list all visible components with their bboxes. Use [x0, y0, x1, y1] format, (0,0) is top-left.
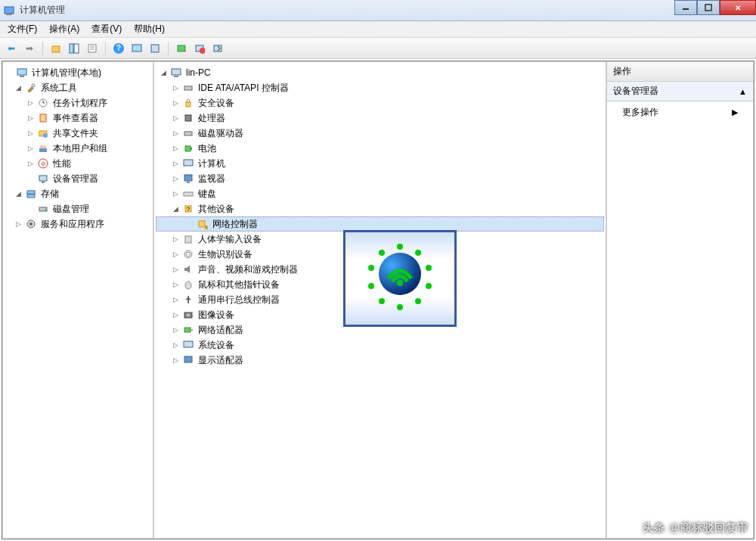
center-pane: ◢ lin-PC ▷IDE ATA/ATAPI 控制器 ▷安全设备 ▷处理器 ▷… — [153, 61, 606, 539]
expander-icon[interactable]: ▷ — [171, 266, 180, 273]
expander-icon[interactable]: ▷ — [171, 129, 180, 137]
expander-icon[interactable]: ◢ — [171, 205, 180, 213]
expander-icon[interactable]: ▷ — [171, 326, 180, 334]
svg-point-66 — [397, 280, 403, 286]
minimize-button[interactable] — [674, 0, 697, 15]
device-monitors[interactable]: ▷监视器 — [156, 171, 604, 186]
device-manager-icon — [37, 173, 49, 185]
expander-icon[interactable]: ▷ — [171, 356, 180, 364]
svg-rect-33 — [27, 194, 35, 197]
users-icon — [37, 142, 49, 154]
tree-label: 键盘 — [197, 188, 218, 201]
svg-rect-31 — [42, 182, 45, 183]
tree-shared-folders[interactable]: ▷ 共享文件夹 — [5, 126, 151, 141]
svg-rect-11 — [151, 45, 159, 52]
menu-view[interactable]: 查看(V) — [87, 21, 126, 37]
other-icon: ? — [182, 203, 194, 215]
tree-task-scheduler[interactable]: ▷ 任务计划程序 — [5, 95, 151, 110]
svg-point-37 — [29, 222, 33, 225]
menu-action[interactable]: 操作(A) — [45, 21, 84, 37]
expander-icon[interactable]: ▷ — [14, 220, 23, 228]
device-security[interactable]: ▷安全设备 — [156, 95, 604, 110]
console-button[interactable] — [129, 40, 145, 57]
close-button[interactable]: ✕ — [720, 0, 756, 15]
maximize-button[interactable] — [697, 0, 720, 15]
svg-rect-48 — [187, 182, 190, 183]
expander-icon[interactable]: ▷ — [171, 84, 180, 92]
warning-device-icon: ! — [197, 218, 209, 230]
uninstall-button[interactable] — [191, 40, 208, 57]
expander-icon[interactable]: ◢ — [14, 84, 23, 92]
expander-icon[interactable]: ▷ — [171, 296, 180, 303]
expander-icon[interactable]: ▷ — [171, 235, 180, 243]
scan-button[interactable] — [173, 40, 190, 57]
expander-icon[interactable]: ▷ — [26, 145, 35, 152]
up-button[interactable] — [48, 40, 64, 57]
device-system[interactable]: ▷系统设备 — [156, 337, 604, 353]
tree-storage[interactable]: ◢ 存储 — [5, 186, 151, 201]
keyboard-icon — [182, 188, 194, 200]
tree-label: 系统工具 — [39, 82, 79, 95]
svg-rect-30 — [39, 176, 47, 181]
expander-icon[interactable]: ▷ — [26, 99, 35, 107]
expander-icon[interactable]: ▷ — [26, 129, 35, 137]
imaging-icon — [182, 309, 194, 321]
actions-more[interactable]: 更多操作 ▶ — [607, 101, 753, 123]
storage-icon — [25, 188, 37, 200]
expander-icon[interactable]: ▷ — [171, 114, 180, 122]
disk-drive-icon — [182, 127, 194, 139]
expander-icon[interactable]: ▷ — [171, 145, 180, 152]
toolbar-separator — [168, 42, 169, 55]
expander-icon[interactable]: ▷ — [171, 190, 180, 197]
device-keyboards[interactable]: ▷键盘 — [156, 186, 604, 201]
services-icon — [25, 218, 37, 230]
expander-icon[interactable]: ◢ — [159, 69, 168, 76]
update-button[interactable] — [209, 40, 226, 57]
tree-label: 处理器 — [197, 112, 227, 125]
device-display-adapters[interactable]: ▷显示适配器 — [156, 353, 604, 368]
expander-icon[interactable]: ▷ — [171, 250, 180, 258]
expander-icon[interactable]: ▷ — [171, 175, 180, 182]
device-ide-atapi[interactable]: ▷IDE ATA/ATAPI 控制器 — [156, 80, 604, 95]
device-other[interactable]: ◢?其他设备 — [156, 201, 604, 216]
menu-file[interactable]: 文件(F) — [3, 21, 42, 37]
show-tree-button[interactable] — [66, 40, 82, 57]
device-computer-node[interactable]: ▷计算机 — [156, 156, 604, 171]
tree-local-users[interactable]: ▷ 本地用户和组 — [5, 141, 151, 156]
expander-icon[interactable]: ▷ — [171, 341, 180, 349]
tree-system-tools[interactable]: ◢ 系统工具 — [5, 80, 151, 95]
refresh-button[interactable] — [147, 40, 163, 57]
device-computer-root[interactable]: ◢ lin-PC — [156, 65, 604, 80]
main-content: 计算机管理(本地) ◢ 系统工具 ▷ 任务计划程序 ▷ 事件查看器 ▷ 共享文件… — [2, 61, 754, 539]
tree-device-manager[interactable]: 设备管理器 — [5, 171, 151, 186]
tree-disk-management[interactable]: 磁盘管理 — [5, 201, 151, 216]
expander-icon[interactable]: ▷ — [26, 160, 35, 167]
svg-rect-27 — [39, 148, 47, 152]
device-batteries[interactable]: ▷电池 — [156, 141, 604, 156]
device-processors[interactable]: ▷处理器 — [156, 110, 604, 126]
properties-button[interactable] — [84, 40, 101, 57]
tree-root[interactable]: 计算机管理(本地) — [5, 65, 151, 80]
device-disk-drives[interactable]: ▷磁盘驱动器 — [156, 126, 604, 141]
system-icon — [182, 339, 194, 351]
security-icon — [182, 97, 194, 109]
actions-section[interactable]: 设备管理器 ▲ — [607, 82, 753, 101]
device-network-controller[interactable]: !网络控制器 — [156, 216, 604, 232]
expander-icon[interactable]: ▷ — [171, 160, 180, 167]
expander-icon[interactable]: ▷ — [171, 311, 180, 319]
help-button[interactable]: ? — [110, 40, 127, 57]
forward-button[interactable]: ➡ — [21, 40, 38, 57]
svg-rect-52 — [199, 221, 205, 227]
tree-event-viewer[interactable]: ▷ 事件查看器 — [5, 110, 151, 126]
tree-performance[interactable]: ▷ ⊘ 性能 — [5, 156, 151, 171]
expander-icon[interactable]: ▷ — [26, 114, 35, 122]
tree-label: 人体学输入设备 — [197, 233, 263, 246]
display-adapter-icon — [182, 354, 194, 366]
actions-header: 操作 — [607, 62, 753, 82]
expander-icon[interactable]: ▷ — [171, 281, 180, 288]
back-button[interactable]: ⬅ — [3, 40, 20, 57]
tree-services-apps[interactable]: ▷ 服务和应用程序 — [5, 216, 151, 232]
menu-help[interactable]: 帮助(H) — [129, 21, 169, 37]
expander-icon[interactable]: ◢ — [14, 190, 23, 197]
expander-icon[interactable]: ▷ — [171, 99, 180, 107]
